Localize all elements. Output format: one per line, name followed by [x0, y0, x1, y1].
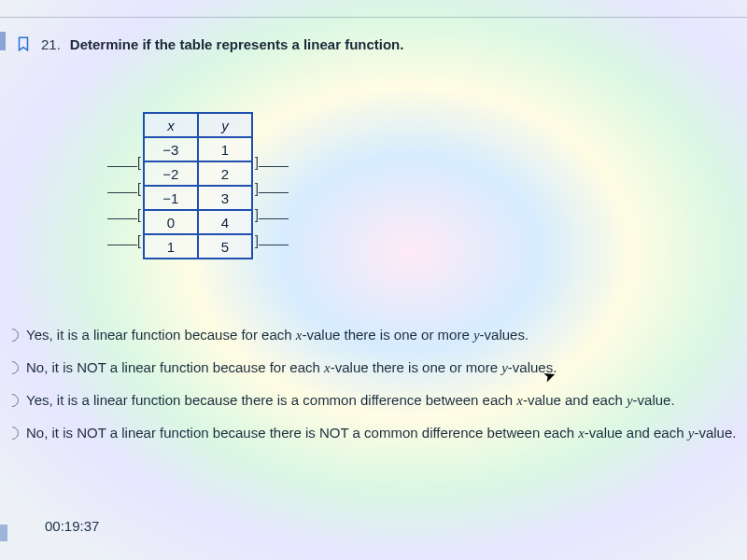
function-table-area: [ [ [ [ x y −31 −22 −13 04 15 ] ] ] ]: [107, 112, 289, 259]
question-header: 21. Determine if the table represents a …: [15, 35, 403, 52]
function-table: x y −31 −22 −13 04 15: [143, 112, 253, 259]
table-row: 15: [144, 234, 252, 259]
option-text: No, it is NOT a linear function because …: [26, 359, 557, 376]
left-accent: [0, 32, 6, 50]
option-c[interactable]: Yes, it is a linear function because the…: [6, 392, 738, 409]
table-row: −31: [144, 137, 252, 161]
timer-display: 00:19:37: [45, 518, 99, 534]
right-bracket-column: ] ] ] ]: [255, 150, 289, 253]
question-number: 21.: [41, 36, 61, 52]
col-header-x: x: [144, 113, 198, 137]
table-row: −13: [144, 186, 252, 210]
left-bracket-column: [ [ [ [: [107, 150, 141, 253]
radio-icon[interactable]: [3, 358, 21, 377]
option-text: Yes, it is a linear function because for…: [26, 327, 529, 343]
col-header-y: y: [198, 113, 252, 137]
divider-top: [0, 17, 747, 18]
table-row: 04: [144, 210, 252, 234]
option-text: Yes, it is a linear function because the…: [26, 392, 675, 409]
answer-options: Yes, it is a linear function because for…: [6, 327, 738, 441]
option-a[interactable]: Yes, it is a linear function because for…: [6, 327, 738, 343]
radio-icon[interactable]: [3, 326, 21, 344]
option-b[interactable]: No, it is NOT a linear function because …: [6, 359, 738, 376]
left-accent-bottom: [0, 525, 7, 541]
option-text: No, it is NOT a linear function because …: [26, 425, 736, 441]
option-d[interactable]: No, it is NOT a linear function because …: [6, 425, 738, 441]
radio-icon[interactable]: [3, 424, 21, 442]
bookmark-icon[interactable]: [15, 35, 32, 52]
question-text: Determine if the table represents a line…: [70, 36, 404, 52]
table-row: −22: [144, 161, 252, 186]
radio-icon[interactable]: [3, 391, 21, 410]
